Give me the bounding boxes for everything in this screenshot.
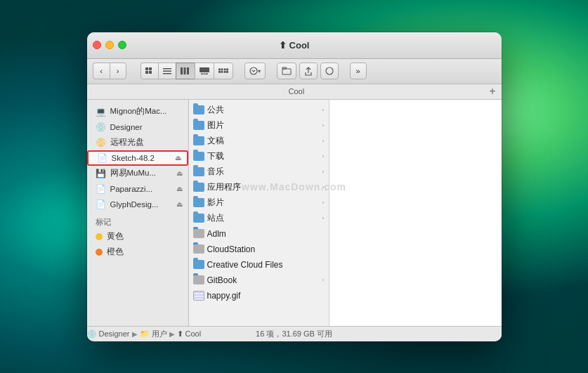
svg-rect-12 [203,74,205,75]
chevron-icon: › [322,107,325,113]
minimize-button[interactable] [105,41,114,49]
window-title: ⬆ Cool [279,40,310,51]
actions-button[interactable]: ▾ [244,63,266,79]
share-button[interactable] [299,63,318,79]
svg-rect-20 [223,71,226,73]
sidebar-tag-yellow[interactable]: 黄色 [87,229,188,244]
folder-icon-apps [193,183,204,192]
folder-item-sites[interactable]: 站点 › [189,211,329,226]
bc-sep-2: ▶ [169,330,175,338]
svg-point-22 [250,67,257,74]
eject-icon-4[interactable]: ⏏ [176,200,183,208]
sidebar-item-designer[interactable]: 💿 Designer [87,119,188,135]
disk3-icon: 📄 [96,183,107,195]
breadcrumb-bar: Cool + [87,84,502,100]
svg-rect-18 [223,69,226,71]
sidebar-item-remote[interactable]: 📀 远程光盘 [87,135,188,150]
folder-item-gitbook[interactable]: GitBook › [189,273,329,288]
chevron-icon: › [322,169,325,175]
svg-rect-1 [149,67,152,70]
breadcrumb-label: Cool [104,87,490,96]
folder-item-public[interactable]: 公共 › [189,103,329,118]
computer-icon: 💻 [96,106,107,117]
bc-cool: Cool [185,329,202,338]
folder-icon-music [193,167,204,176]
status-label: 16 项，31.69 GB 可用 [256,329,332,339]
folder-item-photos[interactable]: 影片 › [189,195,329,211]
forward-button[interactable]: › [110,63,126,79]
folder-label: 图片 [207,119,320,131]
sidebar-item-paparazzi[interactable]: 📄 Paparazzi... ⏏ [87,181,188,197]
more-button[interactable]: » [350,63,367,79]
chevron-icon: › [322,277,325,283]
folder-icon-cloudstation [193,244,204,254]
folder-item-cloudstation[interactable]: CloudStation [189,242,329,257]
folder-item-music[interactable]: 音乐 › [189,164,329,180]
sub-pane: www.MacDown.com [329,100,502,326]
sidebar-item-sketch[interactable]: 📄 Sketch-48.2 ⏏ [87,150,188,166]
view-list-button[interactable] [158,63,176,79]
watermark-text: www.MacDown.com [329,181,347,192]
close-button[interactable] [93,41,101,49]
chevron-icon: › [322,153,325,159]
sidebar-tag-orange[interactable]: 橙色 [87,244,188,260]
yellow-tag-label: 黄色 [107,231,124,242]
add-breadcrumb-button[interactable]: + [489,86,495,97]
folder-item-docs[interactable]: 文稿 › [189,133,329,149]
svg-rect-9 [187,67,189,74]
svg-rect-10 [200,67,209,72]
folder-item-apps[interactable]: 应用程序 › [189,180,329,195]
folder-icon-adlm [193,229,204,238]
toolbar: ‹ › ▾ [87,59,502,84]
folder-item-happygif[interactable]: happy.gif [189,288,329,303]
sidebar-item-label: Paparazzi... [110,185,173,193]
svg-rect-0 [145,67,148,70]
folder-list: 公共 › 图片 › 文稿 › 下载 › [189,100,329,326]
tag-button[interactable] [320,63,339,79]
svg-rect-6 [163,73,171,74]
folder-label: 公共 [207,104,320,116]
svg-rect-3 [149,71,152,74]
sidebar-item-label: 远程光盘 [110,137,183,148]
view-icon-button[interactable] [141,63,158,79]
folder-item-creative[interactable]: Creative Cloud Files [189,257,329,273]
folder-item-pictures[interactable]: 图片 › [189,118,329,133]
title-text: Cool [289,40,310,51]
view-column-button[interactable] [176,63,195,79]
svg-rect-7 [181,67,183,74]
finder-window: ⬆ Cool ‹ › [87,32,502,341]
back-button[interactable]: ‹ [93,63,110,79]
folder-button[interactable] [277,63,296,79]
view-more-button[interactable] [214,63,233,79]
tags-section-label: 标记 [87,212,188,229]
yellow-tag-dot [96,233,103,240]
sidebar-item-label: Designer [110,123,183,131]
status-bar: 💿 Designer ▶ 📁 用户 ▶ ⬆ Cool 16 项，31.69 GB… [87,326,502,341]
sidebar-item-glyph[interactable]: 📄 GlyphDesig... ⏏ [87,197,188,212]
folder-icon-sites [193,214,204,223]
folder-icon-creative [193,260,204,269]
folder-label: 音乐 [207,166,320,178]
folder-icon-docs [193,136,204,145]
folder-label: 影片 [207,197,320,209]
fullscreen-button[interactable] [118,41,126,49]
sidebar-item-mignon[interactable]: 💻 Mignon的Mac... [87,104,188,119]
sidebar-item-wangyi[interactable]: 💾 网易MuMu... ⏏ [87,166,188,181]
sidebar-item-label: Sketch-48.2 [112,154,171,162]
svg-rect-21 [226,71,228,73]
folder-icon-pictures [193,121,204,130]
svg-rect-13 [206,74,208,75]
eject-icon-2[interactable]: ⏏ [176,169,183,177]
folder-item-downloads[interactable]: 下载 › [189,149,329,164]
folder-icon-photos [193,198,204,207]
designer-bc-icon: 💿 [87,329,97,339]
sidebar-item-label: GlyphDesig... [110,200,173,209]
title-home-icon: ⬆ [279,40,287,51]
sidebar-item-label: Mignon的Mac... [110,106,183,117]
eject-icon[interactable]: ⏏ [175,154,181,162]
content-area: 💻 Mignon的Mac... 💿 Designer 📀 远程光盘 📄 Sket… [87,100,502,326]
svg-rect-2 [145,71,148,74]
folder-item-adlm[interactable]: Adlm [189,226,329,242]
view-gallery-button[interactable] [195,63,214,79]
eject-icon-3[interactable]: ⏏ [176,185,183,192]
